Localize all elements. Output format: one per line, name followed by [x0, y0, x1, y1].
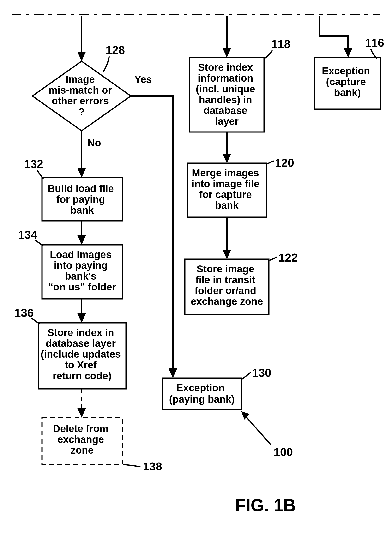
arrowhead: [222, 154, 231, 163]
arrowhead: [77, 408, 86, 418]
arrowhead: [77, 235, 86, 245]
leader-138: [123, 465, 140, 467]
ref-138: 138: [143, 460, 162, 473]
arrowhead: [77, 168, 86, 178]
branch-no: No: [88, 137, 101, 149]
node-134-text: Load images into paying bank's “on us” f…: [48, 249, 116, 293]
leader-136: [31, 318, 40, 324]
node-136-text: Store index in database layer (include u…: [41, 327, 123, 381]
arrowhead: [77, 52, 86, 61]
leader-128: [103, 56, 109, 72]
leader-120: [266, 161, 274, 164]
leader-122: [269, 257, 277, 260]
ref-136: 136: [14, 307, 34, 319]
ref-134: 134: [18, 228, 37, 241]
leader-118: [264, 50, 272, 59]
flowchart-figure: Image mis-match or other errors ? 128 Ye…: [0, 0, 392, 547]
figure-label: FIG. 1B: [235, 496, 296, 515]
ref-120: 120: [275, 157, 294, 169]
ref-116: 116: [365, 36, 384, 49]
ref-130: 130: [252, 367, 271, 379]
ref-132: 132: [24, 158, 43, 171]
edge-top-116: [319, 16, 348, 50]
arrowhead: [222, 48, 231, 58]
ref-118: 118: [271, 38, 290, 50]
arrowhead: [241, 411, 250, 420]
edge-128-130: [131, 96, 173, 371]
branch-yes: Yes: [134, 74, 152, 85]
leader-116: [371, 49, 377, 58]
ref-122: 122: [278, 251, 298, 264]
ref-100: 100: [274, 446, 293, 458]
leader-134: [35, 240, 43, 246]
ref-128: 128: [106, 44, 125, 56]
leader-130: [242, 372, 251, 379]
node-130-text: Exception (paying bank): [169, 382, 234, 405]
arrowhead: [222, 250, 231, 259]
arrowhead: [344, 48, 352, 58]
node-122-text: Store image file in transit folder or/an…: [191, 263, 263, 307]
arrowhead: [169, 369, 177, 378]
leader-132: [37, 171, 43, 179]
arrowhead: [77, 313, 86, 323]
leader-100: [244, 414, 271, 445]
